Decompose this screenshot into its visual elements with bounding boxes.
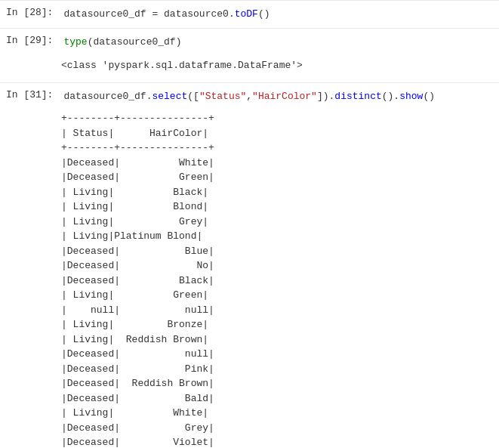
code-token: "HairColor": [252, 91, 317, 102]
notebook: In [28]: datasource0_df = datasource0.to…: [0, 0, 499, 448]
code-token: distinct: [334, 91, 381, 102]
in-keyword: In [31]:: [6, 89, 53, 100]
code-token: "Status": [199, 91, 246, 102]
in-keyword: In [28]:: [6, 7, 53, 18]
code-token: ]).: [317, 91, 334, 102]
cell-29-content: type(datasource0_df): [59, 32, 499, 53]
cell-28-label: In [28]:: [0, 4, 59, 21]
cell-31-label: In [31]:: [0, 86, 59, 104]
cell-28-content: datasource0_df = datasource0.toDF(): [59, 4, 499, 25]
in-keyword: In [29]:: [6, 35, 53, 46]
code-token: datasource0: [164, 8, 229, 20]
code-token: datasource0_df: [63, 91, 146, 102]
code-token: ([: [187, 91, 199, 102]
output-text: <class 'pyspark.sql.dataframe.DataFrame'…: [61, 57, 494, 75]
code-token: .: [229, 8, 235, 20]
code-line: datasource0_df.select(["Status","HairCol…: [63, 89, 494, 104]
code-token: datasource0_df: [63, 8, 146, 20]
code-token: type: [63, 36, 87, 48]
cell-28: In [28]: datasource0_df = datasource0.to…: [0, 0, 499, 28]
table-output: +--------+---------------+ | Status| Hai…: [61, 111, 494, 448]
code-token: (): [258, 8, 270, 20]
code-token: datasource0_df: [93, 36, 175, 48]
code-line: type(datasource0_df): [63, 35, 494, 50]
cell-31-content: datasource0_df.select(["Status","HairCol…: [59, 86, 499, 107]
code-token: ().: [382, 91, 399, 102]
cell-29: In [29]: type(datasource0_df): [0, 28, 499, 56]
code-token: (): [423, 91, 435, 102]
cell-31-output: +--------+---------------+ | Status| Hai…: [57, 110, 499, 448]
code-token: show: [399, 91, 423, 102]
code-token: select: [152, 91, 187, 102]
code-token: ,: [246, 91, 252, 102]
cell-29-output: <class 'pyspark.sql.dataframe.DataFrame'…: [57, 55, 499, 76]
cell-29-label: In [29]:: [0, 32, 59, 49]
code-token: toDF: [235, 8, 258, 20]
code-token: =: [146, 8, 164, 20]
code-line: datasource0_df = datasource0.toDF(): [63, 7, 494, 22]
cell-31: In [31]: datasource0_df.select(["Status"…: [0, 82, 499, 110]
code-token: ): [176, 36, 182, 48]
